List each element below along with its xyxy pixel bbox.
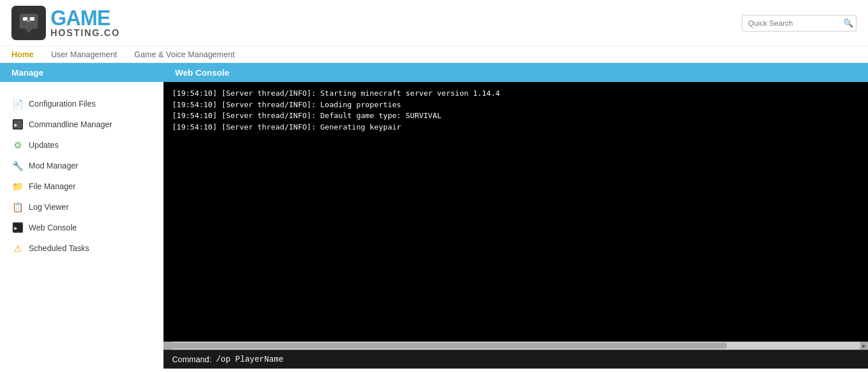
sidebar: 📄 Configuration Files ▶ Commandline Mana… <box>0 82 164 369</box>
sidebar-item-web-console[interactable]: ▶ Web Console <box>6 217 157 238</box>
scheduled-tasks-icon: ⚠ <box>11 242 24 254</box>
nav-item-game-voice[interactable]: Game & Voice Management <box>134 50 235 59</box>
nav-item-user-management[interactable]: User Management <box>51 50 117 59</box>
web-console-icon: ▶ <box>11 221 24 234</box>
sidebar-item-label: Scheduled Tasks <box>29 244 89 253</box>
mod-manager-icon: 🔧 <box>11 159 24 172</box>
scrollbar-thumb[interactable] <box>164 343 727 348</box>
svg-text:▶: ▶ <box>14 122 18 128</box>
updates-icon: ⚙ <box>11 139 24 151</box>
sidebar-item-log-viewer[interactable]: 📋 Log Viewer <box>6 197 157 217</box>
console-output[interactable]: [19:54:10] [Server thread/INFO]: Startin… <box>164 82 868 342</box>
sidebar-item-label: Log Viewer <box>29 202 69 212</box>
configuration-files-icon: 📄 <box>11 97 24 110</box>
manage-bar: Manage Web Console <box>0 63 868 82</box>
svg-rect-3 <box>26 19 31 22</box>
nav-bar: Home User Management Game & Voice Manage… <box>0 46 868 63</box>
commandline-manager-icon: ▶ <box>11 118 24 131</box>
logo-area: GAME HOSTING.CO <box>11 6 120 40</box>
command-input[interactable] <box>216 355 859 364</box>
command-bar: Command: <box>164 350 868 369</box>
search-icon-button[interactable]: 🔍 <box>843 18 853 28</box>
logo-hosting-text: HOSTING.CO <box>50 29 120 38</box>
logo-game-text: GAME <box>50 8 120 29</box>
content-area: [19:54:10] [Server thread/INFO]: Startin… <box>164 82 868 369</box>
scrollbar-right-arrow[interactable]: ▶ <box>860 342 868 350</box>
sidebar-item-label: Updates <box>29 140 59 150</box>
header: GAME HOSTING.CO 🔍 <box>0 0 868 46</box>
command-label: Command: <box>172 355 211 364</box>
manage-label: Manage <box>0 63 164 82</box>
quick-search-wrapper: 🔍 <box>742 15 857 32</box>
nav-item-home[interactable]: Home <box>11 50 34 59</box>
quick-search-input[interactable] <box>742 15 857 32</box>
manage-section-title: Web Console <box>164 63 868 82</box>
sidebar-item-label: Mod Manager <box>29 161 78 170</box>
sidebar-item-mod-manager[interactable]: 🔧 Mod Manager <box>6 155 157 176</box>
sidebar-item-commandline-manager[interactable]: ▶ Commandline Manager <box>6 114 157 135</box>
sidebar-item-scheduled-tasks[interactable]: ⚠ Scheduled Tasks <box>6 238 157 259</box>
logo-text: GAME HOSTING.CO <box>50 8 120 38</box>
svg-text:▶: ▶ <box>14 225 18 231</box>
sidebar-item-configuration-files[interactable]: 📄 Configuration Files <box>6 93 157 114</box>
sidebar-item-label: Web Console <box>29 223 77 232</box>
sidebar-item-updates[interactable]: ⚙ Updates <box>6 135 157 155</box>
sidebar-item-label: Commandline Manager <box>29 120 112 129</box>
console-scrollbar[interactable]: ◀ ▶ <box>164 342 868 350</box>
sidebar-item-label: File Manager <box>29 182 76 191</box>
sidebar-item-label: Configuration Files <box>29 99 96 108</box>
console-lines: [19:54:10] [Server thread/INFO]: Startin… <box>172 88 859 132</box>
svg-marker-4 <box>25 29 32 33</box>
file-manager-icon: 📁 <box>11 180 24 193</box>
main-layout: 📄 Configuration Files ▶ Commandline Mana… <box>0 82 868 369</box>
sidebar-item-file-manager[interactable]: 📁 File Manager <box>6 176 157 197</box>
logo-icon <box>11 6 46 40</box>
log-viewer-icon: 📋 <box>11 201 24 213</box>
